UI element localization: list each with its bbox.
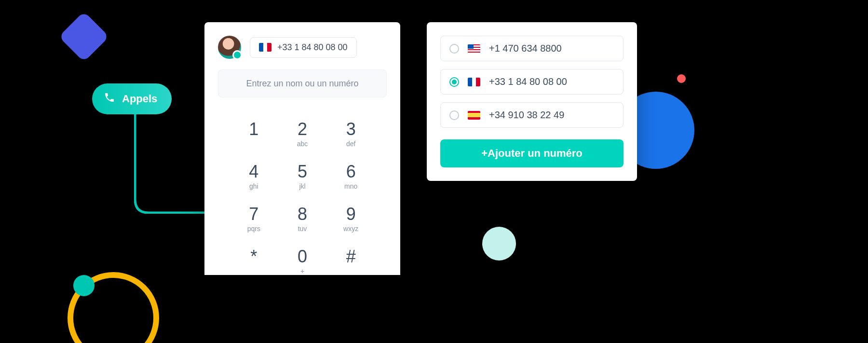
dialer-card: +33 1 84 80 08 00 12abc3def4ghi5jkl6mno7…: [204, 22, 400, 275]
key-5[interactable]: 5jkl: [278, 163, 327, 190]
number-list-card: +1 470 634 8800+33 1 84 80 08 00+34 910 …: [427, 22, 637, 181]
current-number-chip[interactable]: +33 1 84 80 08 00: [250, 37, 357, 58]
key-1[interactable]: 1: [230, 121, 278, 148]
key-letters: [230, 267, 278, 275]
key-letters: ghi: [230, 182, 278, 190]
key-letters: wxyz: [326, 225, 375, 233]
key-digit: 0: [278, 248, 327, 265]
key-9[interactable]: 9wxyz: [326, 206, 375, 233]
decoration-halfcircle-mint: [482, 227, 516, 261]
key-digit: 2: [278, 121, 327, 138]
key-digit: 1: [230, 121, 278, 138]
number-row[interactable]: +33 1 84 80 08 00: [440, 69, 624, 95]
key-8[interactable]: 8tuv: [278, 206, 327, 233]
key-digit: *: [230, 248, 278, 265]
appels-pill[interactable]: Appels: [92, 83, 172, 114]
key-6[interactable]: 6mno: [326, 163, 375, 190]
decoration-diamond: [59, 12, 109, 62]
radio-icon[interactable]: [449, 77, 459, 87]
key-letters: abc: [278, 140, 327, 148]
key-letters: jkl: [278, 182, 327, 190]
appels-label: Appels: [122, 93, 157, 105]
keypad: 12abc3def4ghi5jkl6mno7pqrs8tuv9wxyz*0+#: [218, 121, 387, 275]
current-number-text: +33 1 84 80 08 00: [277, 42, 348, 53]
connector-line: [134, 114, 204, 214]
add-number-button[interactable]: +Ajouter un numéro: [440, 139, 624, 167]
flag-es-icon: [468, 111, 480, 120]
key-digit: #: [326, 248, 375, 265]
key-0[interactable]: 0+: [278, 248, 327, 275]
key-#[interactable]: #: [326, 248, 375, 275]
key-letters: [326, 267, 375, 275]
decoration-dot-coral: [677, 74, 686, 83]
dialer-header: +33 1 84 80 08 00: [218, 36, 387, 59]
number-row[interactable]: +34 910 38 22 49: [440, 102, 624, 128]
key-letters: def: [326, 140, 375, 148]
number-text: +1 470 634 8800: [489, 43, 562, 54]
key-digit: 8: [278, 206, 327, 223]
decoration-dot-teal: [73, 275, 95, 296]
key-digit: 5: [278, 163, 327, 180]
key-*[interactable]: *: [230, 248, 278, 275]
flag-us-icon: [468, 44, 480, 53]
number-text: +34 910 38 22 49: [489, 110, 564, 121]
key-digit: 7: [230, 206, 278, 223]
number-row[interactable]: +1 470 634 8800: [440, 36, 624, 61]
number-text: +33 1 84 80 08 00: [489, 76, 567, 87]
key-4[interactable]: 4ghi: [230, 163, 278, 190]
flag-fr-icon: [259, 43, 271, 52]
key-digit: 4: [230, 163, 278, 180]
key-letters: mno: [326, 182, 375, 190]
key-letters: tuv: [278, 225, 327, 233]
key-digit: 6: [326, 163, 375, 180]
key-2[interactable]: 2abc: [278, 121, 327, 148]
key-letters: [230, 140, 278, 148]
search-input[interactable]: [218, 69, 387, 97]
avatar[interactable]: [218, 36, 241, 59]
key-digit: 3: [326, 121, 375, 138]
flag-fr-icon: [468, 78, 480, 86]
key-3[interactable]: 3def: [326, 121, 375, 148]
radio-icon[interactable]: [449, 44, 459, 54]
key-letters: +: [278, 267, 327, 275]
key-digit: 9: [326, 206, 375, 223]
key-7[interactable]: 7pqrs: [230, 206, 278, 233]
key-letters: pqrs: [230, 225, 278, 233]
radio-icon[interactable]: [449, 110, 459, 120]
phone-icon: [104, 92, 115, 106]
